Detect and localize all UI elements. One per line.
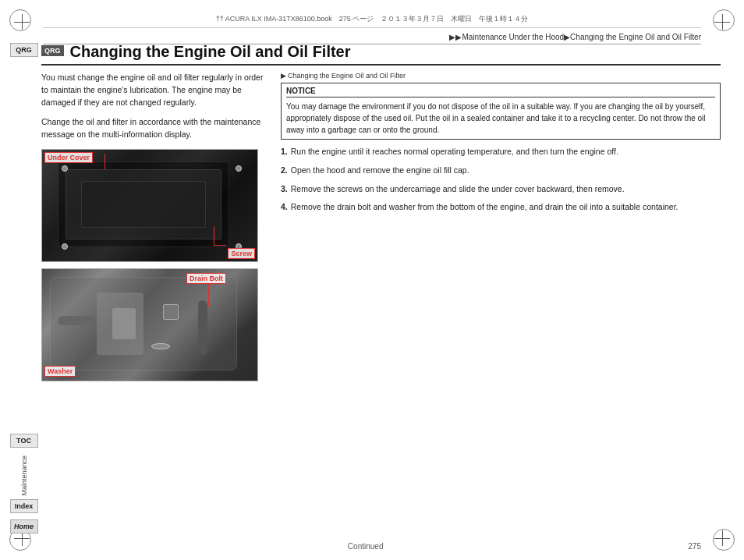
page-number: 275 <box>688 542 701 551</box>
maintenance-label: Maintenance <box>20 455 28 496</box>
main-content: QRG Changing the Engine Oil and Oil Filt… <box>41 43 721 537</box>
label-washer: Washer <box>44 366 76 377</box>
label-under-cover: Under Cover <box>44 152 93 163</box>
crosshair-tr <box>714 14 730 30</box>
step-2: 2. Open the hood and remove the engine o… <box>281 165 721 177</box>
step-2-num: 2. <box>281 165 288 177</box>
label-drain-bolt: Drain Bolt <box>186 273 226 284</box>
page-title: Changing the Engine Oil and Oil Filter <box>70 43 351 61</box>
home-button[interactable]: Home <box>10 519 38 533</box>
label-screw: Screw <box>228 248 255 259</box>
qrg-label: QRG <box>41 45 64 56</box>
right-column: Changing the Engine Oil and Oil Filter N… <box>281 72 721 381</box>
file-info-bar: †† ACURA ILX IMA-31TX86100.book 275 ページ … <box>43 14 701 28</box>
title-row: QRG Changing the Engine Oil and Oil Filt… <box>41 43 721 66</box>
right-section-header: Changing the Engine Oil and Oil Filter <box>281 72 721 80</box>
qrg-badge: QRG <box>10 43 38 57</box>
sidebar: QRG TOC Maintenance Index Home <box>6 43 41 537</box>
crosshair-tl <box>14 14 30 30</box>
step-3-num: 3. <box>281 183 288 196</box>
content-columns: You must change the engine oil and oil f… <box>41 72 721 381</box>
index-button[interactable]: Index <box>10 499 38 513</box>
page-footer: Continued 275 <box>43 542 701 551</box>
image-drain-bolt: Drain Bolt Washer <box>41 268 258 381</box>
step-3: 3. Remove the screws on the undercarriag… <box>281 183 721 196</box>
step-1: 1. Run the engine until it reaches norma… <box>281 146 721 158</box>
step-1-num: 1. <box>281 146 288 158</box>
image-under-cover: Under Cover Screw <box>41 149 258 262</box>
intro-text-2: Change the oil and filter in accordance … <box>41 116 271 141</box>
notice-text: You may damage the environment if you do… <box>286 101 715 136</box>
breadcrumb-text: ▶▶Maintenance Under the Hood▶Changing th… <box>449 33 701 41</box>
step-1-text: Run the engine until it reaches normal o… <box>291 146 618 158</box>
notice-title: NOTICE <box>286 87 715 97</box>
left-column: You must change the engine oil and oil f… <box>41 72 271 381</box>
intro-text-1: You must change the engine oil and oil f… <box>41 72 271 108</box>
file-info-text: †† ACURA ILX IMA-31TX86100.book 275 ページ … <box>216 15 529 23</box>
toc-button[interactable]: TOC <box>10 434 38 448</box>
step-4-num: 4. <box>281 201 288 214</box>
step-4: 4. Remove the drain bolt and washer from… <box>281 201 721 214</box>
step-2-text: Open the hood and remove the engine oil … <box>291 165 469 177</box>
continued-label: Continued <box>348 542 384 551</box>
step-3-text: Remove the screws on the undercarriage a… <box>291 183 625 196</box>
steps-list: 1. Run the engine until it reaches norma… <box>281 146 721 214</box>
step-4-text: Remove the drain bolt and washer from th… <box>291 201 678 214</box>
notice-box: NOTICE You may damage the environment if… <box>281 83 721 140</box>
